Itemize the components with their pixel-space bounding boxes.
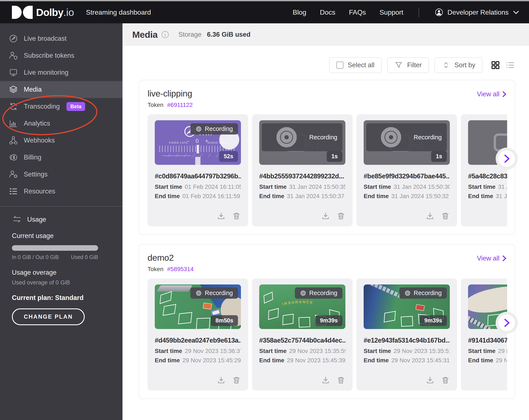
download-button[interactable] [426, 376, 435, 385]
dolby-logo[interactable]: Dolby.io [12, 6, 74, 19]
download-button[interactable] [321, 376, 330, 385]
recording-card-clipped: #5a48c28c8368 Start time31 Jan 2 End tim… [461, 114, 507, 226]
page-header: Media Storage 6.36 GiB used [122, 23, 529, 46]
select-all-button[interactable]: Select all [329, 57, 382, 73]
download-button[interactable] [426, 212, 435, 220]
view-all-link[interactable]: View all [477, 255, 507, 262]
view-all-link[interactable]: View all [477, 90, 507, 98]
start-time-label: Start time [259, 183, 287, 190]
record-icon [404, 290, 411, 296]
end-time-label: End time [259, 357, 284, 364]
recording-id: #c0d86749aa644797b3296b... [155, 172, 241, 180]
sort-arrows-icon [442, 61, 450, 69]
download-button[interactable] [217, 376, 226, 385]
current-usage-label: Current usage [12, 232, 111, 240]
token-link[interactable]: #6911122 [167, 102, 193, 108]
end-time-value: 29 Nov 2023 15:45:39 [287, 357, 345, 364]
end-time-value: 01 Feb 2024 16:11:59 [182, 193, 240, 199]
change-plan-button[interactable]: CHANGE PLAN [12, 308, 85, 325]
transfer-arrows-icon [12, 214, 22, 225]
start-time-label: Start time [259, 348, 287, 354]
end-time-value: 31 Jan 2024 15:50:32 [391, 193, 449, 199]
start-time-label: Start time [468, 183, 495, 190]
sidebar-item-live-broadcast[interactable]: Live broadcast [0, 30, 122, 47]
gauge-slider [195, 157, 201, 165]
recording-id: #5a48c28c8368 [468, 172, 507, 180]
sidebar-item-transcoding[interactable]: Transcoding Beta [0, 98, 122, 115]
trash-icon [232, 212, 241, 220]
delete-button[interactable] [232, 212, 241, 220]
recording-thumbnail[interactable]: mil -0+ VIDEO LATE AUDIO LATE [155, 120, 241, 165]
trash-icon [336, 376, 345, 385]
duration-badge: 1s [431, 151, 447, 162]
download-button[interactable] [321, 212, 330, 220]
svg-text:INSURANCE: INSURANCE [282, 300, 314, 306]
recording-id: #d459bb2eea0247eb9e613a... [155, 337, 241, 344]
start-time-value: 01 Feb 2024 16:11:05 [185, 183, 241, 190]
end-time-label: End time [259, 193, 284, 199]
recording-card: Recording 1s #4bb25559372442899232d... S… [252, 114, 353, 226]
delete-button[interactable] [441, 376, 450, 385]
brand-name: Dolby [36, 7, 63, 18]
sort-by-button[interactable]: Sort by [435, 57, 483, 73]
select-all-checkbox[interactable] [336, 62, 344, 69]
info-icon[interactable] [161, 31, 169, 38]
delete-button[interactable] [232, 376, 241, 385]
user-avatar-icon [434, 8, 444, 17]
delete-button[interactable] [336, 376, 345, 385]
sort-by-label: Sort by [454, 61, 475, 69]
top-navbar: Dolby.io Streaming dashboard Blog Docs F… [0, 1, 529, 23]
sidebar-item-analytics[interactable]: Analytics [0, 115, 122, 132]
nav-link-docs[interactable]: Docs [320, 9, 335, 16]
storage-label: Storage [178, 31, 201, 38]
delete-button[interactable] [441, 212, 450, 220]
recording-id: #be85e9f9d3294b67bae445... [364, 172, 450, 180]
duration-badge: 9m39s [315, 315, 343, 326]
end-time-value: 29 Nov 2023 15:45:29 [182, 357, 241, 364]
recording-thumbnail[interactable]: Recording 9m39s [364, 284, 450, 329]
recording-thumbnail[interactable]: Recording 1s [364, 120, 450, 165]
recording-card: Recording 8m50s #d459bb2eea0247eb9e613a.… [147, 279, 248, 391]
end-time-label: End time [468, 357, 493, 364]
nav-link-support[interactable]: Support [380, 9, 403, 16]
beta-badge: Beta [66, 102, 85, 111]
sidebar-item-subscribe-tokens[interactable]: Subscribe tokens [0, 47, 122, 64]
chevron-right-icon [502, 255, 507, 262]
stream-section-demo2: demo2 Token #5895314 View all [139, 244, 515, 399]
section-title: live-clipping [147, 89, 193, 99]
nav-link-blog[interactable]: Blog [293, 9, 306, 16]
chevron-right-icon [503, 318, 510, 328]
delete-button[interactable] [336, 212, 345, 220]
usage-overage-text: Used overage of 0 GiB [12, 279, 111, 286]
sidebar-item-billing[interactable]: Billing [0, 149, 122, 166]
sidebar-item-settings[interactable]: Settings [0, 166, 122, 183]
recording-thumbnail[interactable]: INSURANCE Recording [259, 284, 345, 329]
recording-thumbnail[interactable]: Recording 8m50s [155, 284, 241, 329]
grid-view-icon[interactable] [490, 60, 500, 70]
list-view-icon[interactable] [505, 60, 515, 70]
monitor-icon [9, 68, 18, 77]
nav-link-faqs[interactable]: FAQs [349, 9, 366, 16]
duration-badge: 52s [219, 151, 238, 162]
webhook-icon [9, 136, 18, 145]
recording-thumbnail[interactable]: Recording 1s [259, 120, 345, 165]
sidebar-item-label: Subscribe tokens [24, 52, 74, 59]
sidebar-item-label: Media [24, 86, 42, 93]
download-icon [321, 212, 330, 220]
sidebar-item-resources[interactable]: Resources [0, 183, 122, 200]
token-link[interactable]: #5895314 [167, 266, 194, 272]
page-title: Media [132, 29, 158, 40]
chevron-right-icon [502, 91, 507, 97]
end-time-value: 29 Nov 2 [496, 357, 507, 364]
carousel-next-button[interactable] [496, 148, 518, 170]
carousel-next-button[interactable] [496, 312, 518, 334]
record-icon [196, 290, 202, 296]
sidebar-item-media[interactable]: Media [0, 81, 122, 98]
sidebar-item-label: Live monitoring [24, 69, 68, 76]
token-label: Token [147, 266, 163, 272]
account-menu[interactable]: Developer Relations [434, 8, 520, 17]
filter-button[interactable]: Filter [387, 57, 429, 73]
sidebar-item-live-monitoring[interactable]: Live monitoring [0, 64, 122, 81]
sidebar-item-webhooks[interactable]: Webhooks [0, 132, 122, 149]
download-button[interactable] [217, 212, 226, 220]
